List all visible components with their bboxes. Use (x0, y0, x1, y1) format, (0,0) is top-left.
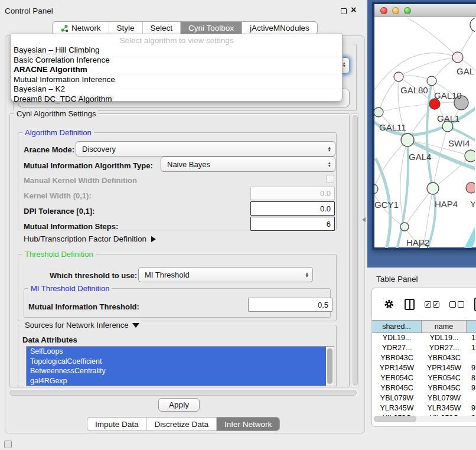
network-node[interactable] (465, 150, 475, 162)
float-window-icon[interactable] (341, 8, 347, 14)
cell[interactable]: 13 (467, 333, 476, 343)
scrollbar-thumb[interactable] (9, 390, 357, 396)
scrollbar-thumb[interactable] (353, 115, 358, 386)
hide-columns-icon[interactable] (449, 301, 464, 308)
network-node[interactable] (400, 223, 409, 231)
kernel-width-field[interactable]: 0.0 (250, 187, 335, 200)
which-threshold-combobox[interactable]: MI Threshold ▲▼ (138, 267, 313, 282)
network-edge[interactable] (399, 57, 458, 77)
tab-cyni-toolbox[interactable]: Cyni Toolbox (180, 22, 242, 34)
cell[interactable]: YBR045C (372, 383, 422, 393)
popup-item-aracne[interactable]: ARACNE Algorithm (12, 65, 341, 75)
cell[interactable] (467, 393, 476, 403)
tab-network[interactable]: Network (53, 22, 109, 34)
tab-select[interactable]: Select (142, 22, 181, 34)
popup-item-mutual-information[interactable]: Mutual Information Inference (12, 75, 341, 85)
cell[interactable]: YBR043C (372, 353, 422, 363)
attribute-item[interactable]: TopologicalCoefficient (27, 357, 326, 367)
table-row[interactable]: YDL19... YDL19... 13 (372, 333, 476, 343)
network-edge[interactable] (405, 188, 433, 227)
attribute-item[interactable]: BetweennessCentrality (27, 366, 326, 376)
cell[interactable]: 9. (467, 383, 476, 393)
zoom-window-icon[interactable] (404, 7, 411, 14)
popup-item-dream8[interactable]: Dream8 DC_TDC Algorithm (12, 94, 341, 105)
cell[interactable]: YPR145W (422, 363, 467, 373)
network-node[interactable] (427, 76, 436, 86)
network-edge[interactable] (374, 53, 458, 90)
tab-impute-data[interactable]: Impute Data (87, 418, 146, 431)
network-node[interactable] (466, 182, 475, 193)
network-window-titlebar[interactable] (374, 4, 476, 17)
column-header-cut[interactable] (467, 321, 476, 332)
table-row[interactable]: YDR27... YDR27... 12 (372, 343, 476, 353)
gear-icon[interactable] (384, 298, 395, 310)
popup-item-bayesian-hill-climbing[interactable]: Bayesian – Hill Climbing (12, 45, 341, 56)
cell[interactable]: YDR27... (372, 343, 422, 353)
network-node[interactable] (374, 107, 383, 117)
tab-style[interactable]: Style (109, 22, 142, 34)
network-node[interactable] (470, 18, 475, 32)
cell[interactable]: YDL19... (372, 333, 422, 343)
hub-transcription-factor-expander[interactable]: Hub/Transcription Factor Definition (24, 234, 156, 243)
mi-algorithm-type-combobox[interactable]: Naive Bayes ▲▼ (161, 156, 335, 172)
network-edge[interactable] (397, 140, 408, 248)
cell[interactable]: YPR145W (372, 363, 422, 373)
network-edge[interactable] (455, 224, 475, 248)
attribute-item[interactable]: SelfLoops (27, 347, 326, 357)
cell[interactable]: 9. (467, 363, 476, 373)
minimize-window-icon[interactable] (392, 7, 399, 14)
cell[interactable] (467, 353, 476, 363)
tab-jactivemnodules[interactable]: jActiveMNodules (242, 22, 317, 34)
network-node[interactable] (401, 133, 414, 146)
popup-item-basic-correlation[interactable]: Basic Correlation Inference (12, 56, 341, 66)
network-node[interactable] (427, 182, 439, 194)
dpi-tolerance-field[interactable]: 0.0 (250, 201, 335, 216)
settings-horizontal-scrollbar[interactable] (8, 389, 359, 396)
mi-threshold-field[interactable]: 0.5 (248, 298, 332, 312)
network-edge[interactable] (407, 18, 458, 57)
cell[interactable]: YBR045C (422, 383, 467, 393)
network-canvas[interactable]: GALGAL80GAL10GAL1GAL11SWI4GAL4GCY1HAP4YH… (374, 18, 475, 248)
aracne-mode-combobox[interactable]: Discovery ▲▼ (76, 141, 335, 156)
tab-discretize-data[interactable]: Discretize Data (146, 418, 217, 431)
show-columns-icon[interactable]: ✓ ✓ (425, 301, 439, 308)
column-view-icon[interactable] (405, 299, 415, 310)
cell[interactable]: 12 (467, 343, 476, 353)
column-header-shared-name[interactable]: shared... (372, 321, 422, 332)
data-attributes-list[interactable]: SelfLoops TopologicalCoefficient Between… (26, 346, 334, 386)
cell[interactable]: YLR345W (422, 403, 467, 413)
table-row[interactable]: YBR043C YBR043C (372, 353, 476, 363)
table-row[interactable]: YBL079W YBL079W (372, 393, 476, 403)
mi-steps-field[interactable]: 6 (250, 217, 335, 231)
table-row[interactable]: YER054C YER054C 8. (372, 373, 476, 383)
cell[interactable]: 9. (467, 403, 476, 413)
network-edge[interactable] (427, 81, 433, 188)
scrollbar-thumb[interactable] (374, 416, 416, 422)
attribute-item[interactable]: gal4RGexp (27, 376, 326, 386)
table-row[interactable]: YBR045C YBR045C 9. (372, 383, 476, 393)
close-panel-icon[interactable]: × (351, 5, 356, 15)
scrollbar-thumb[interactable] (327, 348, 332, 384)
cell[interactable]: 8. (467, 373, 476, 383)
close-window-icon[interactable] (380, 7, 387, 14)
network-edge[interactable] (379, 104, 435, 112)
network-node[interactable] (394, 72, 403, 81)
cell[interactable]: YDL19... (422, 333, 467, 343)
table-row[interactable]: YPR145W YPR145W 9. (372, 363, 476, 373)
table-horizontal-scrollbar[interactable] (374, 416, 476, 422)
cell[interactable]: YBR043C (422, 353, 467, 363)
cell[interactable]: YER054C (422, 373, 467, 383)
tab-infer-network[interactable]: Infer Network (216, 418, 279, 431)
popup-item-bayesian-k2[interactable]: Bayesian – K2 (12, 84, 341, 94)
settings-vertical-scrollbar[interactable] (351, 113, 359, 387)
network-edge[interactable] (379, 77, 399, 112)
cell[interactable]: YBL079W (422, 393, 467, 403)
network-node[interactable] (452, 52, 463, 63)
cell[interactable]: YLR345W (372, 403, 422, 413)
sources-title-row[interactable]: Sources for Network Inference (22, 321, 142, 330)
cell[interactable]: YER054C (372, 373, 422, 383)
manual-kernel-width-checkbox[interactable] (326, 175, 334, 183)
apply-button[interactable]: Apply (158, 398, 200, 412)
table-row[interactable]: YLR345W YLR345W 9. (372, 403, 476, 413)
column-header-name[interactable]: name (422, 321, 467, 332)
